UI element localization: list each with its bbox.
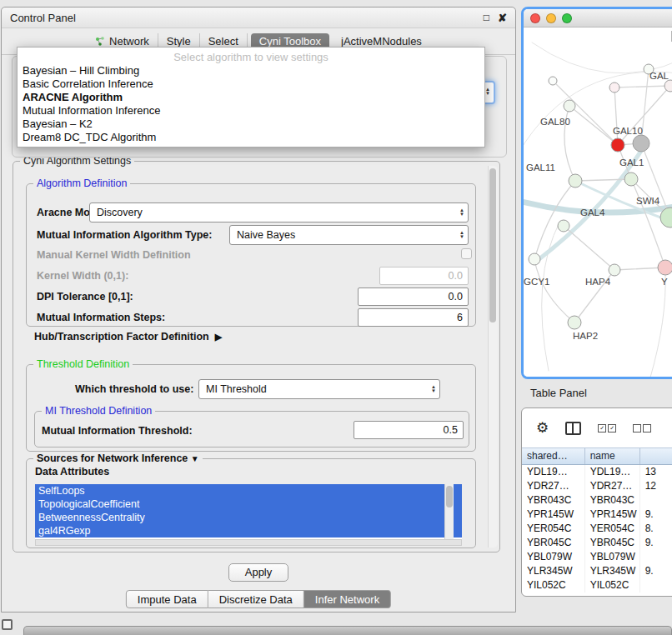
table-row[interactable]: YER054CYER054C8. [522, 522, 672, 536]
sources-legend[interactable]: Sources for Network Inference ▼ [33, 452, 203, 464]
network-node[interactable] [564, 100, 575, 112]
network-node[interactable] [529, 253, 540, 265]
hub-definition-expander[interactable]: Hub/Transcription Factor Definition ▶ [34, 331, 222, 342]
tab-label: Cyni Toolbox [259, 36, 321, 48]
tab-label: jActiveMNodules [341, 36, 422, 48]
network-node[interactable] [569, 174, 582, 188]
select-all-checkboxes-icon[interactable]: ✓ ✓ [598, 424, 616, 432]
network-edge[interactable] [575, 179, 631, 181]
table-cell: YER054C [522, 522, 585, 536]
apply-button[interactable]: Apply [228, 563, 288, 582]
settings-scrollbar-thumb[interactable] [489, 168, 496, 322]
network-edge[interactable] [650, 273, 665, 378]
table-cell: YDR27… [522, 479, 585, 493]
network-edge[interactable] [524, 72, 672, 152]
minimized-panel-icon[interactable] [2, 619, 13, 630]
network-node[interactable] [658, 260, 672, 275]
mi-type-value: Naive Bayes [237, 229, 295, 241]
network-node[interactable] [568, 316, 581, 329]
network-node[interactable] [609, 82, 619, 92]
network-node[interactable] [633, 135, 649, 152]
table-row[interactable]: YIL052CYIL052C [522, 578, 672, 592]
kernel-width-field[interactable]: 0.0 [379, 267, 469, 285]
network-edge[interactable] [534, 259, 574, 322]
menu-item-dream8-dc-tdc-algorithm[interactable]: Dream8 DC_TDC Algorithm [18, 131, 484, 144]
network-edge[interactable] [569, 106, 618, 145]
float-window-icon[interactable]: □ [484, 12, 489, 23]
table-row[interactable]: YPR145WYPR145W9. [522, 508, 672, 522]
stepper-icon: ▲▼ [459, 231, 464, 239]
attributes-hscrollbar[interactable] [35, 539, 462, 546]
network-edge[interactable] [614, 88, 618, 145]
attribute-item-betweennesscentrality[interactable]: BetweennessCentrality [35, 511, 462, 524]
zoom-traffic-light[interactable] [562, 13, 572, 23]
column-header-name[interactable]: name [585, 448, 640, 464]
collapsed-panel-bar[interactable] [23, 626, 672, 635]
menu-item-bayesian-k2[interactable]: Bayesian – K2 [18, 118, 484, 131]
mi-threshold-legend: MI Threshold Definition [42, 405, 155, 417]
attributes-scrollbar[interactable] [444, 484, 454, 539]
node-label-gal: GAL [649, 71, 669, 81]
network-edge[interactable] [641, 143, 670, 218]
mi-type-combobox[interactable]: Naive Bayes ▲▼ [229, 225, 469, 245]
deselect-all-checkboxes-icon[interactable] [633, 424, 651, 432]
table-cell: YDL19… [585, 465, 640, 479]
menu-item-basic-correlation-inference[interactable]: Basic Correlation Inference [18, 78, 484, 91]
control-panel-window: Control Panel □ ✘ NetworkStyleSelectCyni… [1, 7, 516, 612]
attribute-item-selfloops[interactable]: SelfLoops [35, 484, 462, 498]
network-edge[interactable] [564, 226, 614, 270]
column-header-shared[interactable]: shared… [522, 448, 585, 464]
table-row[interactable]: YLR345WYLR345W9. [522, 564, 672, 578]
mi-steps-field[interactable]: 6 [358, 308, 469, 327]
network-node[interactable] [549, 77, 557, 85]
settings-scrollbar[interactable] [488, 166, 498, 548]
column-header-col2[interactable] [640, 448, 672, 464]
table-row[interactable]: YDR27…YDR27…12 [522, 479, 672, 493]
table-cell: YIL052C [585, 578, 640, 592]
manual-kernel-checkbox[interactable] [461, 248, 472, 259]
table-cell: YPR145W [522, 508, 585, 522]
table-cell: YPR145W [585, 508, 640, 522]
table-cell: YLR345W [522, 564, 585, 578]
attribute-item-gal4rgexp[interactable]: gal4RGexp [35, 524, 462, 538]
table-cell: YBR043C [585, 493, 640, 508]
tab-label: Network [109, 36, 149, 48]
mi-threshold-field[interactable]: 0.5 [354, 421, 464, 439]
close-traffic-light[interactable] [530, 13, 540, 23]
network-node[interactable] [611, 138, 624, 152]
table-row[interactable]: YBR045CYBR045C9. [522, 536, 672, 550]
network-node[interactable] [609, 264, 620, 276]
table-row[interactable]: YBL079WYBL079W [522, 550, 672, 564]
close-window-icon[interactable]: ✘ [498, 12, 507, 24]
attributes-scrollbar-thumb[interactable] [446, 486, 453, 508]
network-canvas[interactable]: GALGAL80GAL10GAL11GAL1SWI4GAL4GCY1HAP4YH… [524, 28, 672, 378]
bottom-tab-discretize-data[interactable]: Discretize Data [208, 590, 304, 608]
network-edge[interactable] [553, 81, 618, 145]
aracne-mode-combobox[interactable]: Discovery ▲▼ [89, 202, 469, 222]
network-canvas-svg: GALGAL80GAL10GAL11GAL1SWI4GAL4GCY1HAP4YH… [524, 28, 672, 378]
menu-item-aracne-algorithm[interactable]: ARACNE Algorithm [18, 91, 484, 104]
table-row[interactable]: YDL19…YDL19…13 [522, 465, 672, 479]
columns-icon[interactable] [565, 422, 581, 435]
network-edge[interactable] [614, 86, 670, 88]
bottom-tab-impute-data[interactable]: Impute Data [126, 590, 208, 608]
menu-item-mutual-information-inference[interactable]: Mutual Information Inference [18, 104, 484, 118]
collapsed-arrow-icon: ▶ [215, 332, 222, 342]
menu-item-bayesian-hill-climbing[interactable]: Bayesian – Hill Climbing [18, 64, 484, 78]
node-label-swi4: SWI4 [636, 196, 660, 206]
bottom-tab-infer-network[interactable]: Infer Network [304, 590, 391, 608]
gear-icon[interactable]: ⚙ [536, 421, 549, 435]
table-cell: YBL079W [522, 550, 585, 564]
which-threshold-combobox[interactable]: MI Threshold ▲▼ [198, 379, 440, 399]
table-row[interactable]: YBR043CYBR043C [522, 493, 672, 508]
dpi-tolerance-field[interactable]: 0.0 [358, 288, 469, 306]
mi-type-label: Mutual Information Algorithm Type: [37, 229, 212, 241]
network-node[interactable] [664, 80, 672, 92]
algorithm-menu-placeholder: Select algorithm to view settings [18, 50, 484, 64]
network-node[interactable] [624, 172, 638, 186]
algorithm-definition-group: Algorithm Definition Aracne Mode: Discov… [26, 183, 476, 327]
network-node[interactable] [558, 220, 569, 232]
minimize-traffic-light[interactable] [546, 13, 556, 23]
attribute-item-topologicalcoefficient[interactable]: TopologicalCoefficient [35, 498, 462, 511]
node-label-gal80: GAL80 [540, 117, 570, 127]
